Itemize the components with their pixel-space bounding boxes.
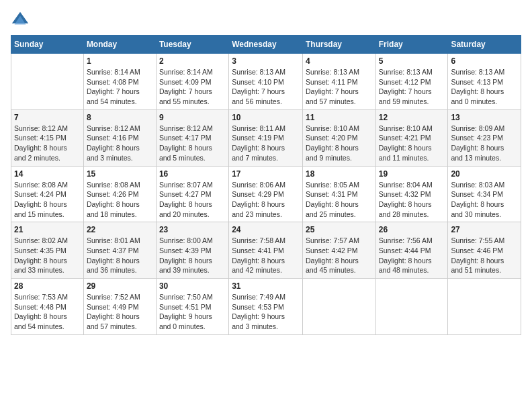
day-number: 23 xyxy=(159,225,226,234)
calendar-cell: 15Sunrise: 8:08 AMSunset: 4:26 PMDayligh… xyxy=(83,166,156,222)
calendar-cell xyxy=(448,279,521,335)
calendar-cell: 27Sunrise: 7:55 AMSunset: 4:46 PMDayligh… xyxy=(448,222,521,279)
day-number: 30 xyxy=(159,281,226,291)
day-info: Sunrise: 8:13 AMSunset: 4:10 PMDaylight:… xyxy=(232,67,300,107)
weekday-header: Sunday xyxy=(11,36,84,54)
day-info: Sunrise: 7:49 AMSunset: 4:53 PMDaylight:… xyxy=(232,292,300,332)
calendar-cell: 25Sunrise: 7:57 AMSunset: 4:42 PMDayligh… xyxy=(302,222,375,279)
day-info: Sunrise: 8:11 AMSunset: 4:19 PMDaylight:… xyxy=(232,124,300,163)
day-info: Sunrise: 8:10 AMSunset: 4:21 PMDaylight:… xyxy=(379,124,445,163)
calendar-cell: 26Sunrise: 7:56 AMSunset: 4:44 PMDayligh… xyxy=(375,222,448,279)
day-info: Sunrise: 8:14 AMSunset: 4:09 PMDaylight:… xyxy=(159,67,226,107)
day-info: Sunrise: 8:07 AMSunset: 4:27 PMDaylight:… xyxy=(159,180,226,220)
calendar-cell xyxy=(375,279,448,335)
calendar-cell: 3Sunrise: 8:13 AMSunset: 4:10 PMDaylight… xyxy=(229,54,303,110)
weekday-header: Monday xyxy=(83,36,156,54)
day-number: 1 xyxy=(87,56,153,66)
weekday-header: Friday xyxy=(375,36,448,54)
day-info: Sunrise: 8:05 AMSunset: 4:31 PMDaylight:… xyxy=(306,180,373,220)
day-info: Sunrise: 7:57 AMSunset: 4:42 PMDaylight:… xyxy=(306,236,373,275)
day-info: Sunrise: 8:03 AMSunset: 4:34 PMDaylight:… xyxy=(451,180,518,220)
day-number: 26 xyxy=(379,225,445,234)
calendar-cell: 7Sunrise: 8:12 AMSunset: 4:15 PMDaylight… xyxy=(11,109,84,166)
day-number: 25 xyxy=(306,225,373,234)
calendar-cell: 8Sunrise: 8:12 AMSunset: 4:16 PMDaylight… xyxy=(83,109,156,166)
day-number: 10 xyxy=(232,113,300,122)
calendar-week-row: 14Sunrise: 8:08 AMSunset: 4:24 PMDayligh… xyxy=(11,166,521,222)
day-number: 31 xyxy=(232,281,300,291)
weekday-header: Thursday xyxy=(302,36,375,54)
logo-icon xyxy=(11,11,30,30)
day-info: Sunrise: 7:53 AMSunset: 4:48 PMDaylight:… xyxy=(14,292,81,332)
calendar-week-row: 21Sunrise: 8:02 AMSunset: 4:35 PMDayligh… xyxy=(11,222,521,279)
day-info: Sunrise: 7:52 AMSunset: 4:49 PMDaylight:… xyxy=(87,292,153,332)
page-header xyxy=(11,11,521,30)
calendar-cell: 28Sunrise: 7:53 AMSunset: 4:48 PMDayligh… xyxy=(11,279,84,335)
calendar-cell: 9Sunrise: 8:12 AMSunset: 4:17 PMDaylight… xyxy=(156,109,228,166)
day-info: Sunrise: 8:12 AMSunset: 4:17 PMDaylight:… xyxy=(159,124,226,163)
day-info: Sunrise: 8:00 AMSunset: 4:39 PMDaylight:… xyxy=(159,236,226,275)
calendar-cell xyxy=(11,54,84,110)
day-number: 20 xyxy=(451,169,518,179)
day-info: Sunrise: 8:14 AMSunset: 4:08 PMDaylight:… xyxy=(87,67,153,107)
logo xyxy=(11,11,32,30)
day-info: Sunrise: 7:55 AMSunset: 4:46 PMDaylight:… xyxy=(451,236,518,275)
day-number: 22 xyxy=(87,225,153,234)
calendar-week-row: 7Sunrise: 8:12 AMSunset: 4:15 PMDaylight… xyxy=(11,109,521,166)
calendar-cell: 14Sunrise: 8:08 AMSunset: 4:24 PMDayligh… xyxy=(11,166,84,222)
day-number: 7 xyxy=(14,113,81,122)
day-number: 6 xyxy=(451,56,518,66)
calendar-cell: 4Sunrise: 8:13 AMSunset: 4:11 PMDaylight… xyxy=(302,54,375,110)
calendar-cell: 20Sunrise: 8:03 AMSunset: 4:34 PMDayligh… xyxy=(448,166,521,222)
day-number: 28 xyxy=(14,281,81,291)
day-info: Sunrise: 8:01 AMSunset: 4:37 PMDaylight:… xyxy=(87,236,153,275)
calendar-cell: 13Sunrise: 8:09 AMSunset: 4:23 PMDayligh… xyxy=(448,109,521,166)
day-number: 4 xyxy=(306,56,373,66)
day-number: 3 xyxy=(232,56,300,66)
day-info: Sunrise: 8:04 AMSunset: 4:32 PMDaylight:… xyxy=(379,180,445,220)
day-info: Sunrise: 8:08 AMSunset: 4:24 PMDaylight:… xyxy=(14,180,81,220)
day-info: Sunrise: 8:08 AMSunset: 4:26 PMDaylight:… xyxy=(87,180,153,220)
calendar-cell: 29Sunrise: 7:52 AMSunset: 4:49 PMDayligh… xyxy=(83,279,156,335)
calendar-cell: 23Sunrise: 8:00 AMSunset: 4:39 PMDayligh… xyxy=(156,222,228,279)
day-number: 5 xyxy=(379,56,445,66)
calendar-cell: 1Sunrise: 8:14 AMSunset: 4:08 PMDaylight… xyxy=(83,54,156,110)
calendar-cell: 6Sunrise: 8:13 AMSunset: 4:13 PMDaylight… xyxy=(448,54,521,110)
day-number: 14 xyxy=(14,169,81,179)
calendar-cell: 11Sunrise: 8:10 AMSunset: 4:20 PMDayligh… xyxy=(302,109,375,166)
day-number: 11 xyxy=(306,113,373,122)
day-number: 27 xyxy=(451,225,518,234)
day-number: 24 xyxy=(232,225,300,234)
day-number: 12 xyxy=(379,113,445,122)
calendar-cell xyxy=(302,279,375,335)
calendar-table: SundayMondayTuesdayWednesdayThursdayFrid… xyxy=(11,35,521,335)
day-info: Sunrise: 8:09 AMSunset: 4:23 PMDaylight:… xyxy=(451,124,518,163)
day-info: Sunrise: 8:10 AMSunset: 4:20 PMDaylight:… xyxy=(306,124,373,163)
day-info: Sunrise: 8:13 AMSunset: 4:13 PMDaylight:… xyxy=(451,67,518,107)
calendar-week-row: 1Sunrise: 8:14 AMSunset: 4:08 PMDaylight… xyxy=(11,54,521,110)
day-number: 13 xyxy=(451,113,518,122)
calendar-cell: 24Sunrise: 7:58 AMSunset: 4:41 PMDayligh… xyxy=(229,222,303,279)
weekday-header: Tuesday xyxy=(156,36,228,54)
calendar-cell: 31Sunrise: 7:49 AMSunset: 4:53 PMDayligh… xyxy=(229,279,303,335)
calendar-week-row: 28Sunrise: 7:53 AMSunset: 4:48 PMDayligh… xyxy=(11,279,521,335)
calendar-cell: 12Sunrise: 8:10 AMSunset: 4:21 PMDayligh… xyxy=(375,109,448,166)
calendar-cell: 22Sunrise: 8:01 AMSunset: 4:37 PMDayligh… xyxy=(83,222,156,279)
day-info: Sunrise: 8:13 AMSunset: 4:11 PMDaylight:… xyxy=(306,67,373,107)
calendar-cell: 21Sunrise: 8:02 AMSunset: 4:35 PMDayligh… xyxy=(11,222,84,279)
day-info: Sunrise: 8:06 AMSunset: 4:29 PMDaylight:… xyxy=(232,180,300,220)
weekday-header: Saturday xyxy=(448,36,521,54)
calendar-header-row: SundayMondayTuesdayWednesdayThursdayFrid… xyxy=(11,36,521,54)
calendar-cell: 30Sunrise: 7:50 AMSunset: 4:51 PMDayligh… xyxy=(156,279,228,335)
calendar-cell: 18Sunrise: 8:05 AMSunset: 4:31 PMDayligh… xyxy=(302,166,375,222)
day-info: Sunrise: 7:50 AMSunset: 4:51 PMDaylight:… xyxy=(159,292,226,332)
day-number: 15 xyxy=(87,169,153,179)
day-info: Sunrise: 7:56 AMSunset: 4:44 PMDaylight:… xyxy=(379,236,445,275)
day-number: 2 xyxy=(159,56,226,66)
day-number: 18 xyxy=(306,169,373,179)
day-number: 17 xyxy=(232,169,300,179)
calendar-cell: 17Sunrise: 8:06 AMSunset: 4:29 PMDayligh… xyxy=(229,166,303,222)
day-number: 8 xyxy=(87,113,153,122)
day-number: 29 xyxy=(87,281,153,291)
day-number: 16 xyxy=(159,169,226,179)
